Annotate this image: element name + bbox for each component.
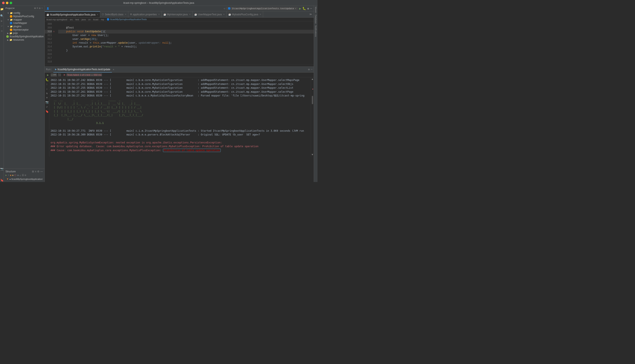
- structure-class-item[interactable]: ▼ ● ItcastMpSpringbootApplicationTests: [6, 178, 43, 181]
- structure-close-icon[interactable]: —: [40, 170, 43, 173]
- back-icon[interactable]: ◁: [224, 7, 225, 10]
- stop-button[interactable]: ⬛: [58, 73, 62, 77]
- notifications-label[interactable]: Notifications: [315, 25, 317, 37]
- run-config-selector[interactable]: 🔵 ItcastMpSpringbootApplicationTests.tes…: [226, 7, 298, 10]
- structure-settings-icon[interactable]: ⚙: [37, 170, 40, 173]
- window-controls: [2, 2, 12, 4]
- tab-close-main[interactable]: ✕: [97, 14, 98, 16]
- sidebar-tree-item-usermapper[interactable]: 🔵UserMapper: [4, 22, 45, 25]
- sidebar-tree-item-plugins[interactable]: ▼📁plugins: [4, 25, 45, 28]
- tab-close-mybatisplus[interactable]: ✕: [260, 13, 261, 16]
- struct-icon-2[interactable]: ↕: [8, 174, 9, 176]
- database-label[interactable]: Database: [315, 15, 317, 24]
- run-sort-icon[interactable]: ⇅: [46, 92, 48, 95]
- sidebar-tree-item-myinterceptor[interactable]: 🟠MyInterceptor: [4, 28, 45, 32]
- tab-main-test[interactable]: ☕ ItcastMpSpringbootApplicationTests.jav…: [45, 11, 100, 18]
- console-output[interactable]: 2022-10-31 19:56:27.242 DEBUG 8539 --- […: [49, 77, 311, 157]
- run-bookmark-icon[interactable]: 🔖: [45, 110, 49, 113]
- struct-icon-7[interactable]: △: [20, 174, 21, 176]
- scroll-down[interactable]: ▼: [312, 153, 313, 156]
- bc-itcast: itcast: [93, 18, 98, 21]
- tab-usermapper-test[interactable]: ☕ UserMapperTest.java ✕: [192, 11, 227, 18]
- close-panel-icon[interactable]: —: [41, 7, 43, 10]
- gutter: ⚠: [53, 22, 58, 65]
- struct-icon-4[interactable]: ◈: [12, 174, 14, 176]
- tab-mybatisplus-config[interactable]: ☕ MybatisPlusConfig.java ✕: [227, 11, 263, 18]
- test-status: ✕ Tests failed: 1 of 1 test — 550 ms: [63, 74, 102, 76]
- sort-icon[interactable]: ⊞: [32, 170, 34, 173]
- minimize-run-icon[interactable]: —: [311, 68, 312, 71]
- struct-icon-9[interactable]: ⊟: [25, 174, 26, 176]
- tab-interceptor[interactable]: ☕ MyInterceptor.java ✕: [162, 11, 192, 18]
- collapse-structure-icon[interactable]: ≡: [35, 170, 36, 173]
- more-run-options[interactable]: ⋯: [310, 7, 312, 10]
- sidebar-header: Project ▾ ⊞ ≡ ⚙ —: [4, 6, 45, 11]
- gear-icon[interactable]: ⚙: [39, 7, 41, 10]
- tab-app-props[interactable]: ⚙ application.properties ✕: [128, 11, 162, 18]
- console-blank-2: [51, 137, 310, 141]
- java-tab-icon: ☕: [46, 13, 49, 16]
- sidebar-tree-item-itcastmpspringbootapplication[interactable]: 🟢ItcastMpSpringbootApplication: [4, 35, 45, 38]
- profile-icon[interactable]: 👤: [46, 7, 49, 10]
- console-version: 3.1.1: [51, 121, 310, 125]
- run-filter-icon[interactable]: ≡: [46, 96, 48, 100]
- coverage-button[interactable]: ◉: [307, 7, 309, 10]
- run-history-icon[interactable]: ↩: [46, 105, 48, 108]
- close-button[interactable]: [2, 2, 5, 4]
- code-editor: 308 309 310 311 312 313 314 315 316 317 …: [45, 22, 314, 66]
- sidebar-tree-item-mybatisplusconfig[interactable]: 🟠MybatisPlusConfig: [4, 15, 45, 18]
- struct-icon-3[interactable]: ◉: [10, 174, 11, 176]
- sidebar-tree-item-config[interactable]: ▼📁config: [4, 11, 45, 15]
- bookmark-icon[interactable]: 🔖: [0, 179, 4, 182]
- settings-run-icon[interactable]: ⚙: [308, 68, 310, 71]
- more-tabs-icon[interactable]: ≫: [308, 13, 314, 16]
- debug-button[interactable]: 🐛: [302, 7, 306, 10]
- class-tab-icon: ⬡: [102, 13, 104, 16]
- code-line-317: [58, 56, 314, 60]
- green-check-icon: ✓: [52, 74, 53, 76]
- sidebar-tree-item-pojo[interactable]: ▶📁pojo: [4, 32, 45, 35]
- struct-icon-1[interactable]: ▶: [6, 174, 7, 176]
- code-line-316: [58, 52, 314, 56]
- struct-icon-6[interactable]: ◇: [17, 174, 19, 176]
- tab-label-select: SelectById.class: [105, 13, 123, 16]
- tab-close-usermapper[interactable]: ✕: [223, 13, 225, 16]
- structure-icon[interactable]: 🔍: [0, 14, 4, 18]
- maven-label[interactable]: Maven: [315, 7, 317, 13]
- test-filter-selector[interactable]: ✓ >>: [51, 74, 57, 76]
- minimize-button[interactable]: [6, 2, 9, 4]
- run-debug-icon[interactable]: 🐛: [45, 78, 49, 82]
- project-icon[interactable]: 📁: [0, 8, 4, 11]
- tab-select-byid[interactable]: ⬡ SelectById.class ✕: [100, 11, 128, 18]
- git-icon[interactable]: ↩: [0, 24, 4, 28]
- sidebar: Project ▾ ⊞ ≡ ⚙ — ▼📁config🟠MybatisPlusCo…: [4, 6, 45, 182]
- collapse-icon[interactable]: ≡: [37, 7, 38, 10]
- tab-close-select[interactable]: ✕: [125, 13, 126, 16]
- run-icon[interactable]: ▶: [0, 19, 4, 23]
- struct-icon-5[interactable]: ⬡: [14, 174, 16, 176]
- structure-tree: ▼ ● ItcastMpSpringbootApplicationTests: [5, 177, 44, 181]
- run-left-icons: 🐛 ↑ ↓ ⇅ ≡ 📷 ↩ 🔖: [45, 77, 49, 157]
- tab-close-props[interactable]: ✕: [158, 13, 160, 16]
- editor-scrollbar[interactable]: [45, 65, 314, 66]
- run-camera-icon[interactable]: 📷: [45, 101, 49, 104]
- play-button[interactable]: ▶: [299, 6, 301, 11]
- camera-icon[interactable]: 📷: [0, 167, 4, 171]
- expand-icon[interactable]: ⊞: [34, 7, 36, 10]
- maximize-button[interactable]: [10, 2, 12, 4]
- code-line-308: [58, 22, 314, 26]
- run-down-icon[interactable]: ↓: [46, 87, 48, 90]
- close-run-tab[interactable]: ✕: [113, 68, 114, 71]
- tab-close-interceptor[interactable]: ✕: [189, 13, 191, 16]
- props-tab-icon: ⚙: [130, 13, 132, 16]
- scrollbar-thumb[interactable]: [312, 96, 313, 104]
- sidebar-tree-item-mapper[interactable]: ▼📁mapper: [4, 18, 45, 22]
- error-highlight-badge: Prohibition of table update operation: [163, 149, 221, 152]
- struct-icon-8[interactable]: ☰: [22, 174, 24, 176]
- sidebar-tree-item-resources[interactable]: ▶📁resources: [4, 38, 45, 42]
- run-tab-test[interactable]: ▶ ItcastMpSpringbootApplicationTests.tes…: [53, 67, 112, 72]
- scroll-up[interactable]: ▲: [312, 78, 313, 81]
- rerun-button[interactable]: ▶: [46, 73, 50, 77]
- run-up-icon[interactable]: ↑: [46, 83, 48, 86]
- settings-icon[interactable]: ⚙: [0, 29, 4, 33]
